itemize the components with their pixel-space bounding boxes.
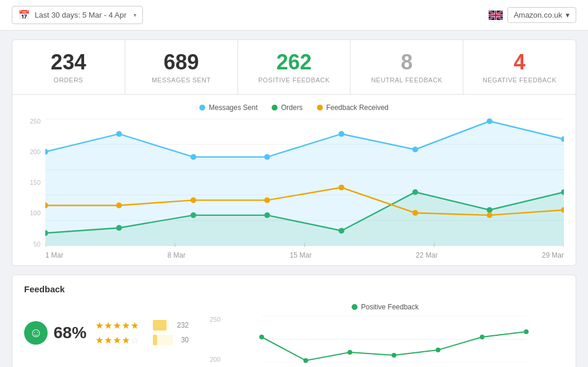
svg-point-30 — [412, 210, 418, 216]
svg-point-18 — [116, 131, 122, 136]
x-label-8mar: 8 Mar — [168, 251, 186, 259]
positive-value: 262 — [250, 51, 339, 74]
x-label-1mar: 1 Mar — [45, 251, 64, 259]
positive-legend-dot — [352, 304, 358, 310]
stats-row: 234 ORDERS 689 MESSAGES SENT 262 POSITIV… — [12, 40, 576, 95]
main-content: 234 ORDERS 689 MESSAGES SENT 262 POSITIV… — [0, 31, 588, 367]
date-picker[interactable]: 📅 Last 30 days: 5 Mar - 4 Apr ▾ — [12, 6, 143, 24]
orders-legend-label: Orders — [281, 104, 303, 112]
svg-point-19 — [191, 154, 196, 160]
svg-point-45 — [436, 348, 440, 352]
chevron-down-icon: ▾ — [133, 12, 136, 18]
stat-negative-feedback: 4 NEGATIVE FEEDBACK — [463, 40, 576, 94]
orders-label: ORDERS — [24, 76, 113, 84]
x-label-22mar: 22 Mar — [416, 251, 437, 259]
count-4star: 30 — [181, 336, 189, 344]
messages-legend-label: Messages Sent — [209, 104, 258, 112]
svg-point-46 — [480, 335, 485, 339]
feedback-title: Feedback — [24, 284, 564, 294]
marketplace-selector: Amazon.co.uk ▾ — [489, 7, 576, 23]
y-label-150: 150 — [24, 179, 41, 186]
feedback-legend-label: Feedback Received — [326, 104, 389, 112]
bar-fill-5star — [153, 320, 166, 331]
positive-legend-label: Positive Feedback — [361, 303, 419, 311]
svg-point-41 — [259, 335, 264, 339]
legend-messages-sent: Messages Sent — [199, 104, 258, 112]
star-row-5: ★★★★★ 232 — [95, 320, 189, 331]
feedback-y-250: 250 — [206, 316, 220, 323]
legend-feedback-received: Feedback Received — [317, 104, 389, 112]
date-range-label: Last 30 days: 5 Mar - 4 Apr — [35, 11, 126, 19]
neutral-label: NEUTRAL FEEDBACK — [362, 76, 451, 84]
stat-neutral-feedback: 8 NEUTRAL FEEDBACK — [350, 40, 463, 94]
feedback-legend-dot — [317, 105, 323, 111]
negative-value: 4 — [475, 51, 564, 74]
five-stars: ★★★★★ — [95, 320, 148, 331]
feedback-y-200: 200 — [206, 356, 220, 363]
feedback-content: ☺ 68% ★★★★★ 232 ★★★ — [24, 303, 564, 363]
bar-5star — [153, 320, 169, 331]
svg-point-26 — [116, 202, 122, 208]
uk-flag-icon — [489, 11, 503, 20]
marketplace-dropdown[interactable]: Amazon.co.uk ▾ — [507, 7, 576, 23]
count-5star: 232 — [177, 321, 189, 329]
y-label-200: 200 — [24, 148, 41, 155]
neutral-value: 8 — [362, 51, 451, 74]
stats-card: 234 ORDERS 689 MESSAGES SENT 262 POSITIV… — [12, 39, 576, 266]
svg-point-44 — [392, 353, 396, 358]
svg-point-23 — [487, 118, 493, 124]
y-label-100: 100 — [24, 209, 41, 216]
feedback-section: Feedback ☺ 68% ★★★★★ 232 — [12, 275, 576, 367]
positive-label: POSITIVE FEEDBACK — [250, 76, 339, 84]
svg-point-43 — [348, 350, 352, 355]
y-label-50: 50 — [24, 241, 41, 248]
stat-orders: 234 ORDERS — [12, 40, 125, 94]
negative-label: NEGATIVE FEEDBACK — [475, 76, 564, 84]
feedback-mini-chart — [224, 316, 564, 363]
chart-legend: Messages Sent Orders Feedback Received — [24, 104, 564, 112]
x-axis-labels: 1 Mar 8 Mar 15 Mar 22 Mar 29 Mar — [45, 249, 564, 259]
orders-legend-dot — [272, 105, 278, 111]
svg-point-21 — [339, 131, 345, 136]
main-chart — [45, 118, 564, 247]
feedback-left: ☺ 68% ★★★★★ 232 ★★★ — [24, 303, 189, 363]
svg-point-29 — [339, 185, 345, 191]
svg-point-20 — [264, 154, 270, 160]
feedback-percent: 68% — [54, 323, 86, 342]
messages-legend-dot — [199, 105, 205, 111]
star-row-4: ★★★★☆ 30 — [95, 335, 189, 346]
chart-section: Messages Sent Orders Feedback Received 2… — [12, 95, 576, 265]
svg-point-22 — [412, 146, 418, 152]
stars-bars: ★★★★★ 232 ★★★★☆ 30 — [95, 320, 189, 346]
svg-marker-16 — [45, 121, 564, 246]
messages-value: 689 — [137, 51, 226, 74]
y-label-250: 250 — [24, 118, 41, 125]
marketplace-chevron: ▾ — [566, 11, 570, 19]
marketplace-label: Amazon.co.uk — [514, 11, 562, 19]
svg-point-42 — [303, 358, 308, 363]
messages-label: MESSAGES SENT — [137, 76, 226, 84]
x-label-15mar: 15 Mar — [290, 251, 312, 259]
orders-value: 234 — [24, 51, 113, 74]
bar-4star — [153, 335, 173, 345]
svg-point-31 — [487, 212, 493, 218]
legend-orders: Orders — [272, 104, 303, 112]
stat-messages-sent: 689 MESSAGES SENT — [125, 40, 238, 94]
stat-positive-feedback: 262 POSITIVE FEEDBACK — [238, 40, 351, 94]
x-label-29mar: 29 Mar — [542, 251, 564, 259]
svg-point-47 — [524, 329, 529, 334]
happy-icon: ☺ — [24, 321, 48, 345]
calendar-icon: 📅 — [18, 9, 30, 21]
feedback-chart-legend: Positive Feedback — [206, 303, 564, 311]
top-bar: 📅 Last 30 days: 5 Mar - 4 Apr ▾ Amazon.c… — [0, 0, 588, 31]
feedback-chart-container: Positive Feedback 250 200 — [206, 303, 564, 363]
bar-fill-4star — [153, 335, 157, 345]
svg-point-28 — [264, 197, 270, 203]
svg-point-27 — [191, 197, 196, 203]
four-stars: ★★★★☆ — [95, 335, 148, 346]
